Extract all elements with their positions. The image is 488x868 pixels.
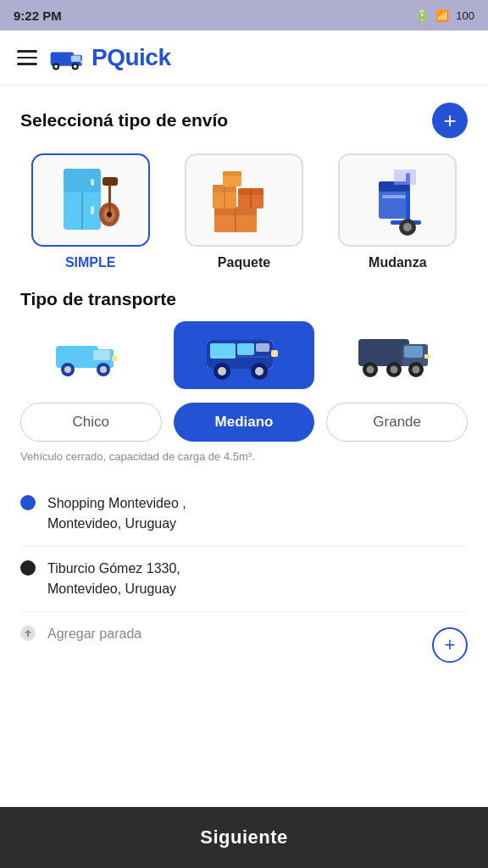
svg-point-4	[54, 64, 58, 68]
shipping-card-mudanza[interactable]: Mudanza	[328, 153, 468, 270]
svg-rect-35	[382, 195, 406, 198]
size-chico-button[interactable]: Chico	[20, 403, 162, 442]
vehicle-description: Vehículo cerrado, capacidad de carga de …	[20, 450, 468, 463]
svg-rect-49	[237, 343, 254, 355]
mudanza-img-box	[338, 153, 457, 247]
svg-rect-60	[424, 354, 430, 359]
svg-rect-11	[91, 179, 94, 186]
svg-rect-2	[71, 56, 80, 62]
vehicle-mediano[interactable]	[174, 321, 313, 389]
hamburger-menu[interactable]	[17, 50, 37, 65]
grande-vehicle-icon	[357, 330, 438, 381]
svg-rect-7	[80, 60, 83, 63]
svg-rect-39	[93, 350, 110, 360]
main-content: Seleccioná tipo de envío +	[0, 86, 488, 675]
logo-text: PQuick	[92, 44, 170, 71]
svg-point-64	[391, 366, 398, 374]
svg-rect-9	[64, 169, 101, 192]
transport-section: Tipo de transporte	[20, 289, 468, 463]
svg-point-42	[64, 366, 71, 373]
add-stop-button[interactable]: +	[432, 627, 468, 663]
simple-illustration	[48, 162, 133, 238]
mudanza-label: Mudanza	[369, 255, 426, 270]
destination-text: Tiburcio Gómez 1330,Montevideo, Uruguay	[47, 559, 180, 599]
status-icons: 🔋 📶 100	[415, 9, 474, 22]
svg-rect-40	[112, 356, 117, 361]
paquete-img-box	[185, 153, 303, 247]
size-grande-button[interactable]: Grande	[326, 403, 468, 442]
svg-rect-16	[103, 177, 118, 186]
location-origin-row[interactable]: Shopping Montevideo ,Montevideo, Uruguay	[20, 481, 468, 547]
mudanza-illustration	[355, 163, 440, 237]
siguiente-button[interactable]: Siguiente	[200, 826, 288, 849]
svg-point-62	[367, 366, 374, 374]
app-header: PQuick	[0, 31, 488, 86]
battery-level: 100	[456, 9, 474, 22]
svg-point-44	[100, 366, 107, 373]
vehicle-chico[interactable]	[20, 321, 160, 389]
svg-rect-57	[358, 339, 409, 366]
simple-label: SIMPLE	[65, 255, 116, 270]
svg-rect-28	[223, 171, 241, 176]
add-stop-row[interactable]: Agregar parada +	[20, 612, 468, 675]
add-stop-text: Agregar parada	[47, 624, 141, 644]
battery-icon: 🔋	[415, 9, 429, 22]
add-shipping-button[interactable]: +	[432, 103, 468, 138]
location-section: Shopping Montevideo ,Montevideo, Uruguay…	[20, 481, 468, 675]
add-stop-arrow-icon	[20, 626, 36, 641]
shipping-types-list: SIMPLE	[20, 153, 468, 270]
svg-rect-12	[91, 206, 94, 214]
svg-point-6	[74, 64, 77, 68]
wifi-icon: 📶	[435, 9, 449, 22]
size-buttons-group: Chico Mediano Grande	[20, 403, 468, 442]
svg-point-17	[107, 212, 112, 217]
shipping-title: Seleccioná tipo de envío	[20, 110, 228, 131]
svg-point-53	[218, 367, 226, 376]
svg-rect-48	[210, 343, 236, 359]
paquete-illustration	[206, 163, 282, 237]
svg-marker-36	[394, 170, 416, 185]
transport-vehicles-list	[20, 321, 468, 389]
status-bar: 9:22 PM 🔋 📶 100	[0, 0, 488, 31]
location-destination-row[interactable]: Tiburcio Gómez 1330,Montevideo, Uruguay	[20, 547, 468, 612]
svg-rect-51	[271, 350, 278, 357]
shipping-section-header: Seleccioná tipo de envío +	[20, 103, 468, 138]
svg-rect-59	[404, 346, 423, 358]
transport-title: Tipo de transporte	[20, 289, 468, 309]
logo-truck-icon	[49, 42, 85, 73]
vehicle-grande[interactable]	[328, 321, 468, 389]
chico-vehicle-icon	[53, 330, 129, 381]
origin-text: Shopping Montevideo ,Montevideo, Uruguay	[47, 493, 186, 534]
destination-dot	[20, 560, 36, 576]
paquete-label: Paquete	[218, 255, 270, 270]
shipping-card-simple[interactable]: SIMPLE	[20, 153, 160, 270]
svg-rect-50	[256, 343, 269, 352]
svg-point-55	[255, 367, 263, 376]
shipping-card-paquete[interactable]: Paquete	[174, 153, 313, 270]
origin-dot	[20, 495, 36, 510]
size-mediano-button[interactable]: Mediano	[174, 403, 315, 442]
simple-img-box	[31, 153, 150, 247]
mediano-vehicle-icon	[203, 328, 285, 382]
svg-point-32	[403, 223, 412, 231]
status-time: 9:22 PM	[14, 8, 62, 23]
svg-point-66	[413, 366, 420, 374]
logo-area: PQuick	[49, 42, 170, 73]
bottom-bar[interactable]: Siguiente	[0, 807, 488, 868]
